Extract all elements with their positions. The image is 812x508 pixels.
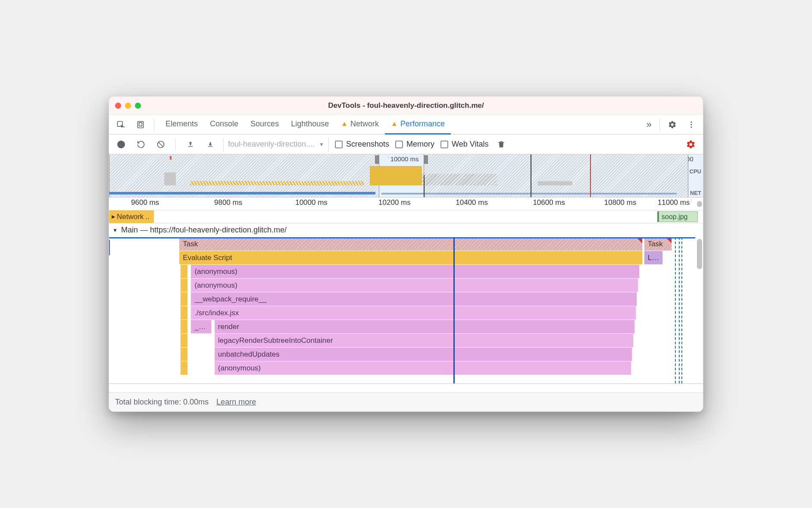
expand-icon: ▶ <box>112 214 115 220</box>
garbage-collect-icon[interactable] <box>494 138 508 151</box>
record-button[interactable] <box>114 138 128 151</box>
network-label-text: Network <box>117 213 144 221</box>
overview-tick-label: 10000 ms <box>390 155 419 163</box>
network-file-label: soop.jpg <box>662 213 688 221</box>
flame-bar[interactable]: unbatchedUpdates <box>215 348 633 361</box>
flame-bar[interactable]: (anonymous) <box>191 265 639 278</box>
settings-icon[interactable] <box>664 116 681 133</box>
checkbox-icon <box>440 141 448 148</box>
panel-tabs: ElementsConsoleSourcesLighthouse▲Network… <box>109 115 703 135</box>
flame-bar-label: _… <box>194 323 206 331</box>
flame-bar[interactable]: ./src/index.jsx <box>191 306 636 320</box>
cpu-band <box>109 164 688 185</box>
load-profile-icon[interactable] <box>184 138 197 151</box>
flame-bar[interactable]: __webpack_require__ <box>191 292 637 306</box>
flame-bar[interactable]: render <box>215 320 635 333</box>
reload-record-button[interactable] <box>134 138 148 151</box>
flame-bar[interactable]: L… <box>644 251 663 264</box>
network-label[interactable]: ▶ Network .. <box>109 210 154 223</box>
tab-console[interactable]: Console <box>204 115 244 135</box>
range-handle-right[interactable] <box>424 155 428 164</box>
ruler-tick-label: 9800 ms <box>210 198 247 207</box>
divider <box>154 119 154 131</box>
tab-elements[interactable]: Elements <box>159 115 204 135</box>
web-vitals-checkbox[interactable]: Web Vitals <box>440 140 488 149</box>
flame-bar[interactable]: Task <box>644 237 672 251</box>
screenshots-checkbox[interactable]: Screenshots <box>335 140 389 149</box>
titlebar: DevTools - foul-heavenly-direction.glitc… <box>109 97 703 115</box>
flame-sliver <box>181 265 187 278</box>
tab-label: Lighthouse <box>291 119 329 129</box>
checkbox-icon <box>395 141 403 148</box>
flame-bar-label: legacyRenderSubtreeIntoContainer <box>218 336 333 345</box>
svg-rect-7 <box>188 146 193 147</box>
ruler-tick: 9600 ms <box>145 199 145 203</box>
device-toggle-icon[interactable] <box>132 116 149 133</box>
tab-lighthouse[interactable]: Lighthouse <box>285 115 335 135</box>
selection-edge-top <box>109 237 695 238</box>
tab-sources[interactable]: Sources <box>244 115 285 135</box>
clear-button[interactable] <box>154 138 168 151</box>
svg-point-5 <box>690 126 692 128</box>
tab-label: Sources <box>250 119 279 129</box>
network-request-soop[interactable]: soop.jpg <box>657 211 698 222</box>
flame-bar-label: (anonymous) <box>194 281 237 290</box>
flame-bar-label: Evaluate Script <box>183 254 232 262</box>
flame-bar-label: (anonymous) <box>218 364 261 373</box>
ruler-tick: 11000 ms <box>691 199 691 203</box>
network-track[interactable]: ▶ Network .. soop.jpg <box>109 210 703 223</box>
flame-bar[interactable]: _… <box>191 320 212 333</box>
flame-chart[interactable]: TaskTaskEvaluate ScriptL…(anonymous)(ano… <box>109 237 703 384</box>
net-label: NET <box>690 190 701 196</box>
ruler-tick-label: 10400 ms <box>454 198 490 207</box>
capture-settings-icon[interactable] <box>684 138 698 151</box>
tab-network[interactable]: ▲Network <box>335 115 385 135</box>
profile-select[interactable]: foul-heavenly-direction.... ▼ <box>223 138 329 151</box>
overview-marker <box>170 156 172 160</box>
range-handle-left[interactable] <box>375 155 379 164</box>
flame-sliver <box>181 361 187 375</box>
flame-bar[interactable]: Task <box>179 237 642 251</box>
tab-label: Console <box>210 119 238 129</box>
flame-bar[interactable]: (anonymous) <box>191 279 638 292</box>
ruler-tick: 10400 ms <box>472 199 472 203</box>
flame-bar[interactable]: (anonymous) <box>215 361 631 375</box>
marker-line-green-2 <box>681 237 682 383</box>
flame-scrollbar[interactable] <box>697 239 702 269</box>
minimize-icon[interactable] <box>125 103 131 109</box>
ruler-tick: 10600 ms <box>549 199 549 203</box>
ruler-tick: 10000 ms <box>311 199 312 203</box>
zoom-icon[interactable] <box>135 103 141 109</box>
label-ellipsis: .. <box>145 213 149 221</box>
ruler-tick: 10200 ms <box>394 199 394 203</box>
main-thread-header[interactable]: ▼ Main — https://foul-heavenly-direction… <box>109 223 703 237</box>
divider <box>175 138 176 151</box>
memory-checkbox[interactable]: Memory <box>395 140 434 149</box>
memory-label: Memory <box>406 140 434 149</box>
total-blocking-time: Total blocking time: 0.00ms <box>115 398 209 407</box>
inspect-icon[interactable] <box>112 116 129 133</box>
more-tabs-button[interactable]: » <box>643 119 655 130</box>
flame-bar-label: (anonymous) <box>194 267 237 276</box>
flame-bar[interactable]: legacyRenderSubtreeIntoContainer <box>215 334 634 347</box>
kebab-menu-icon[interactable] <box>683 116 700 133</box>
overview-cursor <box>424 175 425 197</box>
save-profile-icon[interactable] <box>203 138 217 151</box>
marker-line-green <box>675 237 676 383</box>
flame-bar-label: unbatchedUpdates <box>218 350 280 359</box>
flame-bar[interactable]: Evaluate Script <box>179 251 642 264</box>
chevron-down-icon: ▼ <box>319 141 324 147</box>
timeline-overview[interactable]: 5000 ms10000 ms15000 ms20000 ms CPU NET <box>109 154 703 198</box>
tab-label: Elements <box>166 119 198 129</box>
ruler-scrollbar[interactable] <box>697 201 702 207</box>
flame-sliver <box>181 320 187 333</box>
time-ruler[interactable]: 9600 ms9800 ms10000 ms10200 ms10400 ms10… <box>109 198 703 210</box>
close-icon[interactable] <box>115 103 121 109</box>
tab-performance[interactable]: ▲Performance <box>385 115 451 135</box>
svg-point-4 <box>690 124 692 125</box>
current-time-cursor[interactable] <box>453 237 455 383</box>
warning-icon: ▲ <box>341 120 348 128</box>
footer-bar: Total blocking time: 0.00ms Learn more <box>109 392 703 411</box>
learn-more-link[interactable]: Learn more <box>216 398 256 407</box>
ruler-tick-label: 11000 ms <box>653 198 690 207</box>
